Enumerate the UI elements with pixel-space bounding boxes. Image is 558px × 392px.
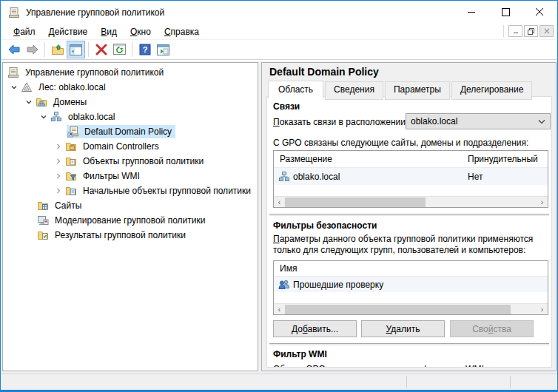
scroll-left-icon[interactable]: ‹: [274, 304, 285, 315]
menu-help[interactable]: Справка: [158, 25, 206, 38]
tree-item-root[interactable]: Управление групповой политикой: [3, 65, 258, 80]
tree-item-sites[interactable]: Сайты: [3, 198, 258, 213]
menu-bar: Файл Действие Вид Окно Справка: [1, 24, 557, 39]
new-window-icon[interactable]: [154, 41, 172, 58]
chevron-expanded-icon[interactable]: [37, 111, 50, 123]
close-button[interactable]: [522, 1, 557, 24]
column-name[interactable]: Имя: [274, 263, 462, 274]
add-button[interactable]: Добавить...: [273, 320, 357, 337]
links-table-hscrollbar[interactable]: ‹ ›: [274, 196, 548, 207]
window-title: Управление групповой политикой: [26, 7, 164, 18]
chevron-collapsed-icon[interactable]: [52, 155, 65, 167]
mdi-close-button[interactable]: [539, 25, 554, 37]
domains-folder-icon: [36, 96, 47, 108]
tree-item-gpo-objects[interactable]: Объекты групповой политики: [3, 154, 258, 169]
security-table: Имя Прошедшие проверку ‹ ›: [273, 260, 548, 315]
show-console-tree-icon[interactable]: [67, 41, 85, 58]
section-splitter[interactable]: [269, 343, 549, 346]
details-pane: Default Domain Policy Область Сведения П…: [261, 62, 557, 371]
toolbar-separator: [132, 42, 132, 57]
minimize-button[interactable]: [454, 1, 488, 24]
back-icon[interactable]: [4, 41, 23, 58]
svg-text:?: ?: [142, 45, 147, 54]
menu-window[interactable]: Окно: [124, 25, 158, 38]
chevron-expanded-icon[interactable]: [7, 81, 21, 93]
tab-settings[interactable]: Параметры: [385, 81, 450, 100]
tab-details[interactable]: Сведения: [325, 81, 383, 100]
security-filtering-heading: Фильтры безопасности: [273, 220, 377, 231]
gpo-objects-folder-icon: [65, 155, 77, 167]
domain-icon: [278, 171, 290, 183]
column-enforced[interactable]: Принудительный: [462, 154, 538, 164]
refresh-icon[interactable]: [110, 41, 129, 58]
tree-item-default-domain-policy[interactable]: Default Domain Policy: [3, 124, 258, 139]
chevron-down-icon: [538, 116, 545, 126]
forest-icon: [21, 81, 33, 93]
tree-item-domain-controllers[interactable]: Domain Controllers: [3, 139, 258, 154]
chevron-collapsed-icon[interactable]: [52, 170, 65, 182]
gpo-links-label: С GPO связаны следующие сайты, домены и …: [273, 138, 528, 148]
location-combobox[interactable]: oblako.local: [406, 113, 551, 129]
menu-file[interactable]: Файл: [7, 25, 42, 38]
menu-action[interactable]: Действие: [42, 25, 95, 38]
security-table-hscrollbar[interactable]: ‹ ›: [274, 303, 548, 314]
delete-icon[interactable]: [92, 41, 110, 58]
forward-icon[interactable]: [23, 41, 41, 58]
maximize-button[interactable]: [488, 1, 522, 24]
toolbar-separator: [88, 42, 89, 57]
gpmc-console-icon: [7, 67, 19, 78]
starter-gpos-folder-icon: [65, 185, 77, 197]
scroll-left-icon[interactable]: ‹: [274, 197, 285, 208]
scroll-right-icon[interactable]: ›: [537, 304, 548, 315]
tree-item-domain-oblako[interactable]: oblako.local: [3, 109, 258, 124]
properties-button[interactable]: Свойства: [450, 320, 534, 337]
toolbar: ?: [1, 39, 557, 60]
chevron-collapsed-icon[interactable]: [52, 141, 65, 152]
tree-item-starter-gpos[interactable]: Начальные объекты групповой политики: [3, 183, 258, 198]
up-one-level-icon[interactable]: [48, 41, 67, 58]
wmi-filters-folder-icon: [65, 170, 77, 182]
tab-delegation[interactable]: Делегирование: [451, 81, 532, 100]
gpo-title: Default Domain Policy: [262, 63, 556, 78]
tree-item-forest[interactable]: Лес: oblako.local: [3, 80, 258, 95]
tree-item-domains[interactable]: Домены: [3, 95, 258, 109]
tree-item-gp-results[interactable]: Результаты групповой политики: [3, 228, 258, 243]
scroll-right-icon[interactable]: ›: [537, 197, 548, 208]
mdi-minimize-button[interactable]: [508, 25, 522, 37]
sites-folder-icon: [37, 200, 49, 212]
security-filtering-text: Параметры данного объекта групповой поли…: [273, 234, 552, 256]
security-group-icon: [278, 279, 290, 291]
links-table-row[interactable]: oblako.local Нет: [274, 168, 548, 185]
security-table-row[interactable]: Прошедшие проверку: [274, 277, 548, 292]
section-splitter[interactable]: [269, 214, 549, 217]
menu-view[interactable]: Вид: [94, 25, 124, 38]
main-area: Управление групповой политикой Лес: obla…: [1, 61, 557, 374]
chevron-expanded-icon[interactable]: [22, 96, 36, 108]
gpmc-console-icon: [8, 7, 20, 18]
domain-controllers-folder-icon: [65, 141, 77, 152]
remove-button[interactable]: Удалить: [361, 320, 445, 337]
tree-item-gp-modeling[interactable]: Моделирование групповой политики: [3, 213, 258, 228]
console-tree: Управление групповой политикой Лес: obla…: [2, 62, 258, 371]
scrollbar-thumb[interactable]: [285, 305, 511, 314]
link-enforced: Нет: [462, 172, 483, 182]
link-location: oblako.local: [293, 172, 340, 182]
scope-tab-page: Связи Показать связи в расположении: obl…: [266, 96, 552, 368]
tree-item-wmi-filters[interactable]: Фильтры WMI: [3, 169, 258, 183]
show-links-label: Показать связи в расположении:: [273, 117, 408, 127]
help-icon[interactable]: ?: [135, 41, 154, 58]
column-location[interactable]: Размещение: [274, 154, 462, 164]
scrollbar-thumb[interactable]: [285, 197, 426, 207]
selected-highlight: Default Domain Policy: [67, 125, 175, 138]
chevron-collapsed-icon[interactable]: [52, 185, 65, 197]
security-principal: Прошедшие проверку: [293, 280, 383, 290]
status-separator: [406, 376, 407, 388]
title-bar[interactable]: Управление групповой политикой: [1, 1, 557, 24]
gp-results-folder-icon: [37, 229, 49, 241]
tab-scope[interactable]: Область: [268, 81, 323, 99]
mdi-restore-button[interactable]: [524, 25, 538, 37]
links-table-header: Размещение Принудительный: [274, 151, 548, 168]
location-combobox-value: oblako.local: [411, 116, 457, 126]
wmi-filter-heading: Фильтр WMI: [273, 349, 327, 359]
toolbar-separator: [44, 42, 45, 57]
